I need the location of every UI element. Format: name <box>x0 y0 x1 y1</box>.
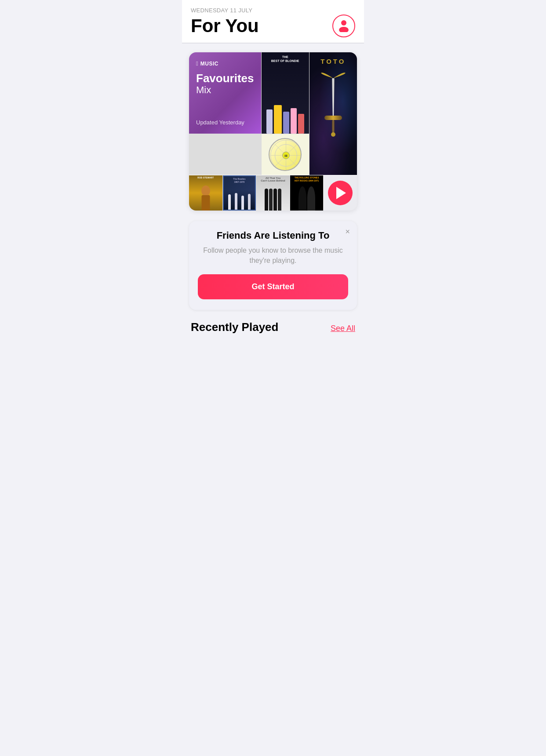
friends-title: Friends Are Listening To <box>198 230 348 241</box>
close-button[interactable]: × <box>345 227 350 236</box>
play-icon[interactable] <box>328 181 353 205</box>
see-all-link[interactable]: See All <box>331 324 355 333</box>
toto-album[interactable]: TOTO <box>309 52 357 175</box>
apple-music-label:  MUSIC <box>196 60 254 67</box>
recently-played-section: Recently Played See All <box>189 320 357 334</box>
header: WEDNESDAY 11 JULY For You <box>182 0 364 43</box>
header-date: WEDNESDAY 11 JULY <box>191 7 355 14</box>
u2-album[interactable]: All That YouCan't Leave Behind <box>256 175 290 211</box>
svg-point-1 <box>339 27 349 32</box>
page-title: For You <box>191 16 259 36</box>
svg-rect-4 <box>324 116 342 120</box>
svg-text:III: III <box>284 154 288 158</box>
mix-main-cell:  MUSIC Favourites Mix Updated Yesterday <box>189 52 261 134</box>
svg-rect-5 <box>332 120 335 133</box>
profile-icon <box>337 18 351 34</box>
mix-title-light: Mix <box>196 85 254 95</box>
play-triangle-icon <box>336 187 346 199</box>
mix-title-bold: Favourites <box>196 72 254 85</box>
apple-logo-icon:  <box>196 60 198 67</box>
recently-played-title: Recently Played <box>191 320 278 334</box>
rolling-stones-album[interactable]: THE ROLLING STONESHOT ROCKS 1964-1971 <box>290 175 324 211</box>
svg-point-6 <box>331 132 335 137</box>
favourites-mix-card[interactable]:  MUSIC Favourites Mix Updated Yesterday… <box>189 52 357 211</box>
ledzeppelin-album[interactable]: III <box>262 134 309 175</box>
avatar[interactable] <box>332 15 355 37</box>
friends-listening-card: × Friends Are Listening To Follow people… <box>189 221 357 310</box>
mix-title-area: Favourites Mix <box>196 72 254 95</box>
beatles-album[interactable]: The Beatles1967-1970 <box>223 175 256 211</box>
get-started-button[interactable]: Get Started <box>198 274 348 299</box>
svg-point-15 <box>201 185 210 196</box>
friends-description: Follow people you know to browse the mus… <box>198 246 348 265</box>
svg-rect-16 <box>201 195 210 211</box>
rod-stewart-album[interactable]: ROD STEWART <box>189 175 222 211</box>
header-title-row: For You <box>191 15 355 37</box>
blondie-album[interactable]: THEBEST OF BLONDIE <box>262 52 309 134</box>
apple-music-text: MUSIC <box>200 61 218 67</box>
play-button-cell[interactable] <box>324 175 357 211</box>
svg-point-0 <box>341 20 346 25</box>
main-content:  MUSIC Favourites Mix Updated Yesterday… <box>182 44 364 343</box>
mix-updated: Updated Yesterday <box>196 119 254 126</box>
